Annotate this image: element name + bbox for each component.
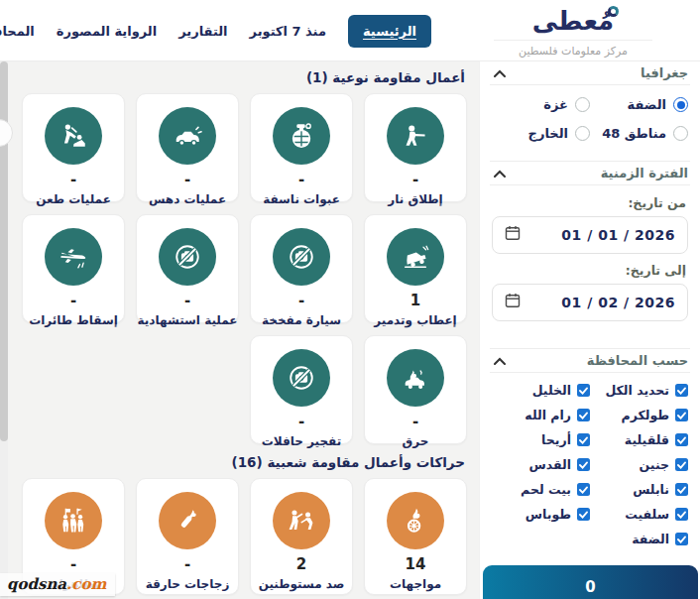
governorate-checkbox-5[interactable]: أريحا: [492, 432, 590, 447]
checkbox-checked-icon: [675, 433, 688, 446]
checkbox-label: رام الله: [525, 408, 571, 422]
stat-card[interactable]: -عملية استشهادية: [136, 214, 239, 323]
stat-label: إطلاق نار: [388, 192, 442, 206]
checkbox-checked-icon: [675, 483, 688, 496]
checkbox-label: طوباس: [525, 507, 571, 522]
stat-card[interactable]: -حرق: [364, 335, 467, 444]
governorate-checkbox-1[interactable]: الخليل: [492, 383, 590, 398]
logo-ring-icon: [608, 6, 619, 17]
stat-card[interactable]: -عمليات طعن: [22, 93, 125, 202]
stat-label: تفجير حافلات: [262, 434, 342, 448]
radio-label: مناطق 48: [602, 126, 666, 141]
stat-card[interactable]: -عمليات دهس: [136, 93, 239, 202]
radio-icon: [673, 126, 688, 141]
chevron-up-icon[interactable]: [492, 168, 508, 180]
governorate-checkbox-0[interactable]: تحديد الكل: [590, 383, 688, 398]
governorate-checkbox-9[interactable]: بيت لحم: [492, 482, 590, 497]
radio-label: غزة: [543, 97, 568, 112]
stat-value: -: [298, 173, 304, 187]
stat-value: -: [184, 294, 190, 308]
stat-card[interactable]: -زجاجات حارقة: [136, 478, 239, 595]
governorate-checkbox-7[interactable]: القدس: [492, 457, 590, 472]
repel-settlers-icon: [273, 492, 330, 549]
governorate-checkbox-3[interactable]: رام الله: [492, 408, 590, 422]
stat-card[interactable]: -عبوات ناسفة: [250, 93, 353, 202]
governorate-checkbox-6[interactable]: جنين: [590, 457, 688, 472]
calendar-icon[interactable]: [505, 293, 521, 312]
stat-card[interactable]: 2صد مستوطنين: [250, 478, 353, 595]
governorate-checkbox-10[interactable]: سلفيت: [590, 507, 688, 522]
geo-radio-3[interactable]: الخارج: [492, 126, 590, 141]
from-date-label: من تاريخ:: [494, 195, 686, 210]
stat-label: عمليات طعن: [36, 192, 111, 206]
main-content: أعمال مقاومة نوعية (1) -إطلاق نار-عبوات …: [8, 61, 479, 599]
tire-fire-icon: [387, 492, 444, 549]
nav-item-3[interactable]: الرواية المصورة: [57, 24, 157, 39]
stat-value: -: [70, 294, 76, 308]
geo-radio-1[interactable]: غزة: [492, 97, 590, 112]
geography-title: جغرافيا: [641, 65, 688, 80]
governorate-checkbox-2[interactable]: طولكرم: [590, 408, 688, 422]
stat-label: صد مستوطنين: [259, 577, 345, 591]
checkbox-label: الخليل: [532, 383, 571, 398]
geo-radio-2[interactable]: مناطق 48: [590, 126, 688, 141]
from-date-value: 01 / 01 / 2026: [561, 227, 675, 243]
governorate-options: تحديد الكلالخليلطولكرمرام اللهقلقيليةأري…: [490, 373, 690, 560]
governorate-checkbox-4[interactable]: قلقيلية: [590, 432, 688, 447]
stat-value: -: [298, 294, 304, 308]
geography-section-header: جغرافيا: [490, 61, 690, 85]
governorate-checkbox-11[interactable]: طوباس: [492, 507, 590, 522]
car-ramming-icon: [159, 107, 216, 165]
checkbox-checked-icon: [577, 409, 590, 421]
vehicle-damage-icon: [387, 228, 444, 286]
governorate-checkbox-12[interactable]: الضفة: [590, 532, 688, 546]
stat-label: زجاجات حارقة: [146, 577, 230, 591]
section-title-popular: حراكات وأعمال مقاومة شعبية (16): [22, 454, 465, 470]
shooter-icon: [387, 107, 444, 165]
to-date-input[interactable]: 01 / 02 / 2026: [492, 284, 688, 321]
stat-label: عمليات دهس: [149, 192, 226, 206]
chevron-up-icon[interactable]: [492, 67, 508, 79]
stat-label: عملية استشهادية: [138, 313, 238, 327]
stat-value: -: [70, 173, 76, 187]
period-body: من تاريخ: 01 / 01 / 2026 إلى تاريخ: 01 /…: [490, 185, 690, 349]
chevron-up-icon[interactable]: [492, 355, 508, 367]
radio-label: الخارج: [528, 126, 568, 141]
no-photo-icon: [159, 228, 216, 286]
geography-options: الضفةغزةمناطق 48الخارج: [490, 85, 690, 162]
governorate-title: حسب المحافظة: [587, 353, 688, 368]
brand[interactable]: مُعطى مركز معلومات فلسطين: [494, 5, 652, 58]
nav-item-2[interactable]: التقارير: [178, 24, 227, 39]
governorate-checkbox-8[interactable]: نابلس: [590, 482, 688, 497]
nav-item-4[interactable]: المحافظات: [0, 24, 35, 39]
stat-card[interactable]: -تفجير حافلات: [250, 335, 353, 444]
checkbox-checked-icon: [577, 458, 590, 471]
nav-item-1[interactable]: منذ 7 اكتوبر: [250, 24, 326, 39]
checkbox-label: نابلس: [633, 482, 669, 497]
radio-label: الضفة: [628, 97, 666, 112]
from-date-input[interactable]: 01 / 01 / 2026: [492, 216, 688, 254]
geo-radio-0[interactable]: الضفة: [590, 97, 688, 112]
molotov-icon: [159, 492, 216, 549]
no-photo-icon: [273, 228, 330, 286]
stat-card[interactable]: 14مواجهات: [364, 478, 467, 595]
stat-card[interactable]: -إطلاق نار: [364, 93, 467, 202]
stat-card[interactable]: -سيارة مفخخة: [250, 214, 353, 323]
checkbox-checked-icon: [675, 508, 688, 521]
checkbox-label: تحديد الكل: [605, 383, 669, 398]
stat-value: -: [412, 415, 418, 429]
calendar-icon[interactable]: [505, 225, 521, 245]
stat-card[interactable]: -إسقاط طائرات: [22, 214, 125, 323]
stat-label: سيارة مفخخة: [262, 313, 341, 327]
apply-filters-button[interactable]: 0: [483, 565, 698, 599]
grenade-icon: [273, 107, 330, 165]
checkbox-label: طولكرم: [621, 408, 669, 422]
stat-value: -: [184, 557, 190, 572]
nav-item-0[interactable]: الرئيسية: [348, 15, 431, 48]
checkbox-checked-icon: [577, 433, 590, 446]
to-date-label: إلى تاريخ:: [494, 263, 686, 278]
stat-value: -: [412, 173, 418, 187]
watermark-text: qodsna: [7, 575, 66, 593]
stat-card[interactable]: 1إعطاب وتدمير: [364, 214, 467, 323]
checkbox-label: جنين: [640, 457, 669, 472]
